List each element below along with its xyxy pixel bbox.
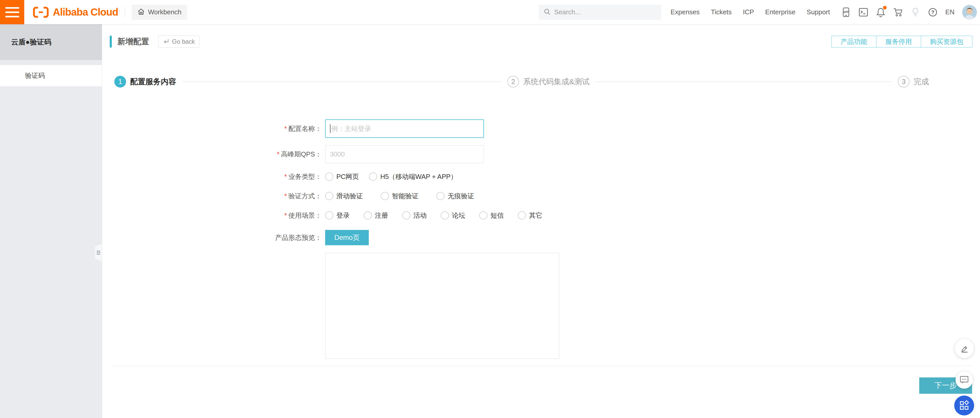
radio-circle[interactable] bbox=[402, 211, 410, 219]
chat-bubble-icon bbox=[959, 376, 969, 384]
help-icon[interactable]: ? bbox=[928, 7, 938, 17]
svg-text:APP: APP bbox=[843, 11, 849, 14]
collapse-sidebar-icon bbox=[96, 250, 101, 255]
config-name-input[interactable] bbox=[325, 119, 484, 138]
radio-circle[interactable] bbox=[381, 192, 389, 200]
verify-method-label: *验证方式： bbox=[102, 192, 321, 200]
radio-circle[interactable] bbox=[369, 173, 377, 181]
radio-circle[interactable] bbox=[325, 192, 333, 200]
text-caret bbox=[330, 124, 331, 133]
locale-switcher[interactable]: EN bbox=[945, 8, 955, 16]
cart-icon[interactable] bbox=[893, 7, 903, 17]
go-back-button[interactable]: Go back bbox=[158, 35, 199, 48]
content-divider bbox=[111, 366, 972, 366]
radio-h5[interactable]: H5（移动端WAP + APP） bbox=[369, 172, 457, 181]
radio-slide-verify[interactable]: 滑动验证 bbox=[325, 192, 363, 200]
quick-apps-fab[interactable] bbox=[954, 396, 974, 415]
chat-support-fab[interactable] bbox=[956, 371, 973, 389]
notifications-bell-icon[interactable] bbox=[876, 7, 886, 17]
radio-pc-web[interactable]: PC网页 bbox=[325, 172, 359, 181]
nav-tickets[interactable]: Tickets bbox=[711, 8, 732, 16]
radio-circle[interactable] bbox=[325, 211, 333, 219]
divider bbox=[125, 7, 125, 17]
page-header: 新增配置 Go back 产品功能 服务停用 购买资源包 bbox=[102, 24, 980, 59]
topbar-right: Expenses Tickets ICP Enterprise Support … bbox=[539, 5, 980, 20]
radio-traceless-verify[interactable]: 无痕验证 bbox=[436, 192, 474, 200]
form-row-preview: 产品形态预览： Demo页 bbox=[102, 230, 980, 245]
demo-page-button[interactable]: Demo页 bbox=[325, 230, 369, 245]
service-deactivation-button[interactable]: 服务停用 bbox=[876, 36, 921, 48]
hamburger-menu-icon[interactable] bbox=[0, 0, 24, 24]
required-mark: * bbox=[284, 192, 287, 200]
radio-circle[interactable] bbox=[518, 211, 526, 219]
form-row-verify-method: *验证方式： 滑动验证 智能验证 无痕验证 bbox=[102, 192, 980, 200]
required-mark: * bbox=[277, 150, 280, 158]
page-actions: 产品功能 服务停用 购买资源包 bbox=[832, 36, 972, 48]
form-row-peak-qps: *高峰期QPS： bbox=[102, 145, 980, 163]
radio-circle[interactable] bbox=[479, 211, 487, 219]
config-form: *配置名称： *高峰期QPS： *业务 bbox=[102, 119, 980, 359]
step-1-circle: 1 bbox=[115, 76, 126, 87]
step-connector bbox=[182, 81, 501, 82]
buy-resource-pack-button[interactable]: 购买资源包 bbox=[921, 36, 972, 48]
search-box[interactable] bbox=[539, 5, 661, 20]
form-row-business-type: *业务类型： PC网页 H5（移动端WAP + APP） bbox=[102, 172, 980, 181]
step-3-label: 完成 bbox=[914, 76, 929, 87]
workbench-label: Workbench bbox=[148, 8, 181, 16]
radio-scene-activity[interactable]: 活动 bbox=[402, 211, 427, 220]
alibaba-cloud-logo-icon bbox=[33, 6, 49, 18]
radio-circle[interactable] bbox=[441, 211, 449, 219]
brand-name: Alibaba Cloud bbox=[53, 6, 118, 18]
radio-smart-verify[interactable]: 智能验证 bbox=[381, 192, 418, 200]
title-accent-bar bbox=[110, 36, 112, 48]
radio-scene-other[interactable]: 其它 bbox=[518, 211, 542, 220]
pencil-icon bbox=[960, 344, 969, 353]
nav-icp[interactable]: ICP bbox=[743, 8, 754, 16]
topbar: Alibaba Cloud Workbench Expenses Tickets… bbox=[0, 0, 980, 24]
config-name-label: *配置名称： bbox=[102, 124, 321, 133]
step-3-circle: 3 bbox=[898, 76, 910, 87]
wizard-stepper: 1 配置服务内容 2 系统代码集成&测试 3 完成 bbox=[115, 76, 969, 87]
sidebar: 云盾●验证码 验证码 bbox=[0, 24, 102, 418]
page-title: 新增配置 bbox=[118, 36, 149, 47]
business-type-label: *业务类型： bbox=[102, 172, 321, 181]
step-connector bbox=[596, 81, 892, 82]
feedback-edit-fab[interactable] bbox=[955, 339, 974, 358]
app-grid-icon bbox=[959, 401, 969, 411]
brand-logo[interactable]: Alibaba Cloud bbox=[33, 6, 118, 18]
radio-scene-login[interactable]: 登录 bbox=[325, 211, 350, 220]
required-mark: * bbox=[284, 125, 287, 132]
step-2-circle: 2 bbox=[508, 76, 519, 87]
search-input[interactable] bbox=[554, 8, 657, 16]
console-terminal-icon[interactable] bbox=[859, 7, 868, 17]
radio-scene-forum[interactable]: 论坛 bbox=[441, 211, 465, 220]
nav-support[interactable]: Support bbox=[807, 8, 830, 16]
product-features-button[interactable]: 产品功能 bbox=[832, 36, 877, 48]
main-content: 新增配置 Go back 产品功能 服务停用 购买资源包 1 配置服务内容 2 … bbox=[102, 24, 980, 418]
sidebar-item-captcha[interactable]: 验证码 bbox=[0, 65, 102, 86]
form-row-usage-scene: *使用场景： 登录 注册 活动 bbox=[102, 211, 980, 220]
peak-qps-label: *高峰期QPS： bbox=[102, 150, 321, 159]
radio-circle[interactable] bbox=[325, 173, 333, 181]
mobile-app-icon[interactable]: APP bbox=[841, 7, 851, 17]
page: Alibaba Cloud Workbench Expenses Tickets… bbox=[0, 0, 980, 418]
sidebar-collapse-handle[interactable] bbox=[95, 244, 102, 261]
workbench-button[interactable]: Workbench bbox=[132, 5, 187, 20]
radio-circle[interactable] bbox=[364, 211, 372, 219]
radio-scene-register[interactable]: 注册 bbox=[364, 211, 388, 220]
avatar[interactable] bbox=[962, 5, 977, 20]
go-back-label: Go back bbox=[172, 38, 195, 45]
home-icon bbox=[137, 8, 145, 17]
search-icon bbox=[543, 8, 551, 17]
product-preview-box bbox=[325, 253, 559, 359]
step-2-label: 系统代码集成&测试 bbox=[523, 76, 590, 87]
radio-scene-sms[interactable]: 短信 bbox=[479, 211, 504, 220]
return-arrow-icon bbox=[163, 38, 169, 45]
required-mark: * bbox=[284, 211, 287, 219]
nav-enterprise[interactable]: Enterprise bbox=[765, 8, 795, 16]
notification-dot bbox=[883, 6, 886, 10]
nav-expenses[interactable]: Expenses bbox=[670, 8, 700, 16]
lightbulb-icon[interactable] bbox=[911, 7, 920, 17]
radio-circle[interactable] bbox=[436, 192, 445, 200]
peak-qps-input[interactable] bbox=[325, 145, 484, 163]
